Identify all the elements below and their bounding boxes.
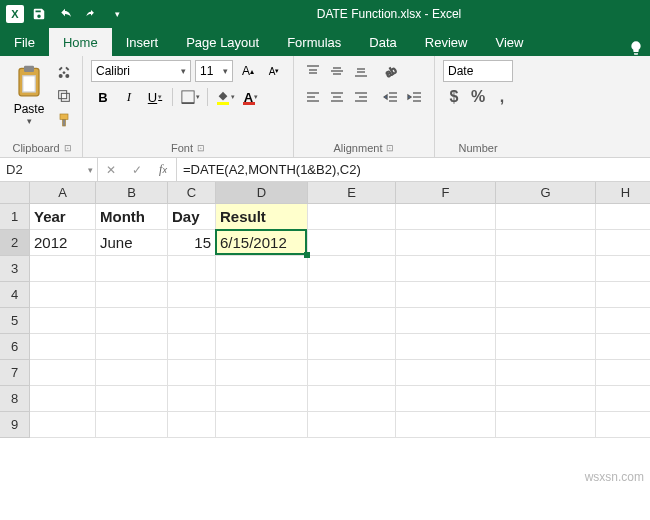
font-color-button[interactable]: A — [239, 86, 263, 108]
cell-B9[interactable] — [96, 412, 168, 438]
cell-E8[interactable] — [308, 386, 396, 412]
cancel-icon[interactable]: ✕ — [98, 163, 124, 177]
cell-D5[interactable] — [216, 308, 308, 334]
cell-D4[interactable] — [216, 282, 308, 308]
cell-C8[interactable] — [168, 386, 216, 412]
cell-H1[interactable] — [596, 204, 650, 230]
cell-G3[interactable] — [496, 256, 596, 282]
cell-F1[interactable] — [396, 204, 496, 230]
cell-F8[interactable] — [396, 386, 496, 412]
cell-G4[interactable] — [496, 282, 596, 308]
formula-input[interactable]: =DATE(A2,MONTH(1&B2),C2) — [177, 158, 650, 181]
cell-B6[interactable] — [96, 334, 168, 360]
cell-F2[interactable] — [396, 230, 496, 256]
row-header-8[interactable]: 8 — [0, 386, 30, 412]
align-center-button[interactable] — [326, 86, 348, 108]
cell-E9[interactable] — [308, 412, 396, 438]
bold-button[interactable]: B — [91, 86, 115, 108]
cell-B4[interactable] — [96, 282, 168, 308]
cell-B5[interactable] — [96, 308, 168, 334]
cell-B1[interactable]: Month — [96, 204, 168, 230]
cell-G6[interactable] — [496, 334, 596, 360]
align-middle-button[interactable] — [326, 60, 348, 82]
cell-H8[interactable] — [596, 386, 650, 412]
row-header-9[interactable]: 9 — [0, 412, 30, 438]
percent-button[interactable]: % — [467, 86, 489, 108]
cell-D3[interactable] — [216, 256, 308, 282]
cell-A6[interactable] — [30, 334, 96, 360]
cell-C1[interactable]: Day — [168, 204, 216, 230]
cell-A7[interactable] — [30, 360, 96, 386]
align-top-button[interactable] — [302, 60, 324, 82]
cell-H6[interactable] — [596, 334, 650, 360]
tab-data[interactable]: Data — [355, 28, 410, 56]
cell-F5[interactable] — [396, 308, 496, 334]
cell-D1[interactable]: Result — [216, 204, 308, 230]
cell-B8[interactable] — [96, 386, 168, 412]
cell-F4[interactable] — [396, 282, 496, 308]
row-header-4[interactable]: 4 — [0, 282, 30, 308]
clipboard-launcher[interactable]: ⊡ — [64, 143, 72, 153]
row-header-7[interactable]: 7 — [0, 360, 30, 386]
align-left-button[interactable] — [302, 86, 324, 108]
cell-H3[interactable] — [596, 256, 650, 282]
cell-D7[interactable] — [216, 360, 308, 386]
decrease-indent-button[interactable] — [380, 86, 402, 108]
cell-H4[interactable] — [596, 282, 650, 308]
border-button[interactable] — [178, 86, 202, 108]
cell-B2[interactable]: June — [96, 230, 168, 256]
tab-formulas[interactable]: Formulas — [273, 28, 355, 56]
paste-button[interactable]: Paste ▾ — [10, 60, 48, 128]
accounting-button[interactable]: $ — [443, 86, 465, 108]
underline-button[interactable]: U — [143, 86, 167, 108]
col-header-H[interactable]: H — [596, 182, 650, 204]
copy-icon[interactable] — [54, 86, 74, 106]
fill-handle[interactable] — [304, 252, 310, 258]
cell-E1[interactable] — [308, 204, 396, 230]
col-header-C[interactable]: C — [168, 182, 216, 204]
cell-G8[interactable] — [496, 386, 596, 412]
cell-G9[interactable] — [496, 412, 596, 438]
cut-icon[interactable] — [54, 62, 74, 82]
increase-indent-button[interactable] — [404, 86, 426, 108]
cell-F3[interactable] — [396, 256, 496, 282]
cell-C6[interactable] — [168, 334, 216, 360]
align-bottom-button[interactable] — [350, 60, 372, 82]
cell-G7[interactable] — [496, 360, 596, 386]
font-size-dropdown[interactable]: 11 — [195, 60, 233, 82]
format-painter-icon[interactable] — [54, 110, 74, 130]
cell-A4[interactable] — [30, 282, 96, 308]
number-format-dropdown[interactable]: Date — [443, 60, 513, 82]
cell-A2[interactable]: 2012 — [30, 230, 96, 256]
col-header-B[interactable]: B — [96, 182, 168, 204]
tab-view[interactable]: View — [481, 28, 537, 56]
row-header-5[interactable]: 5 — [0, 308, 30, 334]
cell-E4[interactable] — [308, 282, 396, 308]
cell-G1[interactable] — [496, 204, 596, 230]
cell-D2[interactable]: 6/15/2012 — [216, 230, 308, 256]
cell-A9[interactable] — [30, 412, 96, 438]
cell-B7[interactable] — [96, 360, 168, 386]
save-icon[interactable] — [28, 3, 50, 25]
cell-A3[interactable] — [30, 256, 96, 282]
increase-font-button[interactable]: A▴ — [237, 60, 259, 82]
align-right-button[interactable] — [350, 86, 372, 108]
col-header-D[interactable]: D — [216, 182, 308, 204]
cell-E3[interactable] — [308, 256, 396, 282]
cell-C2[interactable]: 15 — [168, 230, 216, 256]
cell-B3[interactable] — [96, 256, 168, 282]
enter-icon[interactable]: ✓ — [124, 163, 150, 177]
cell-D6[interactable] — [216, 334, 308, 360]
italic-button[interactable]: I — [117, 86, 141, 108]
cell-H5[interactable] — [596, 308, 650, 334]
cell-E6[interactable] — [308, 334, 396, 360]
cell-H2[interactable] — [596, 230, 650, 256]
row-header-2[interactable]: 2 — [0, 230, 30, 256]
cell-F9[interactable] — [396, 412, 496, 438]
customize-qat-icon[interactable]: ▾ — [106, 3, 128, 25]
col-header-F[interactable]: F — [396, 182, 496, 204]
redo-icon[interactable] — [80, 3, 102, 25]
col-header-G[interactable]: G — [496, 182, 596, 204]
tab-file[interactable]: File — [0, 28, 49, 56]
cell-C3[interactable] — [168, 256, 216, 282]
